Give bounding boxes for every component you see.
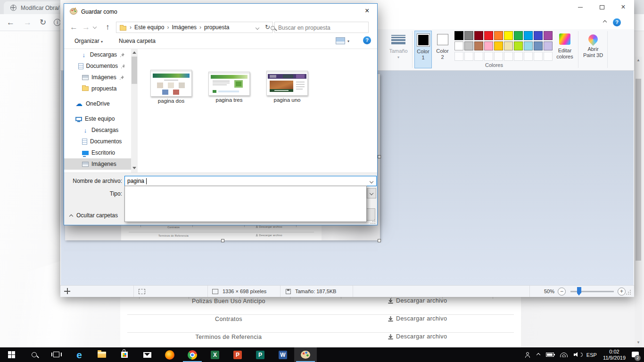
breadcrumb-item[interactable]: propuesta [202, 24, 231, 31]
palette-color-ffaec9[interactable] [484, 41, 493, 50]
view-mode-icon[interactable] [336, 37, 345, 44]
taskbar-search-button[interactable] [23, 347, 45, 362]
sidebar-item-imagenes-pinned[interactable]: Imágenes [64, 72, 131, 83]
organize-menu[interactable]: Organizar ▾ [74, 38, 103, 44]
palette-empty-slot[interactable] [524, 52, 533, 61]
palette-empty-slot[interactable] [464, 52, 473, 61]
palette-color-000000[interactable] [454, 31, 463, 40]
canvas-resize-handle-bottom[interactable] [221, 239, 224, 242]
sidebar-item-este-equipo[interactable]: Este equipo [64, 113, 131, 124]
dialog-title-bar[interactable]: Guardar como × [64, 4, 377, 19]
sidebar-item-documentos[interactable]: Documentos [64, 136, 131, 147]
taskbar-excel[interactable]: X [204, 347, 226, 362]
file-item-pagina-dos[interactable]: pagina dos [145, 70, 197, 104]
palette-color-fff200[interactable] [504, 31, 513, 40]
palette-color-99d9ea[interactable] [524, 41, 533, 50]
palette-color-00a2e8[interactable] [524, 31, 533, 40]
address-dropdown-icon[interactable] [256, 26, 259, 30]
search-box[interactable]: Buscar en propuesta [274, 22, 369, 33]
download-link[interactable]: Descargar archivo [388, 315, 447, 322]
sidebar-item-escritorio[interactable]: Escritorio [64, 147, 131, 158]
filename-dropdown-icon[interactable] [370, 180, 373, 183]
paint-help-icon[interactable]: ? [613, 18, 621, 26]
canvas-resize-handle-right[interactable] [378, 155, 381, 158]
breadcrumb-item[interactable]: Imágenes [170, 24, 198, 31]
dialog-resize-grip[interactable] [371, 219, 375, 224]
palette-empty-slot[interactable] [494, 52, 503, 61]
taskbar-word[interactable]: W [272, 347, 294, 362]
taskbar-file-explorer[interactable] [91, 347, 113, 362]
palette-empty-slot[interactable] [504, 52, 513, 61]
file-item-pagina-uno[interactable]: pagina uno [261, 70, 313, 103]
zoom-slider-thumb[interactable] [577, 287, 581, 293]
wifi-icon[interactable] [560, 353, 568, 357]
palette-color-b97a57[interactable] [474, 41, 483, 50]
palette-empty-slot[interactable] [454, 52, 463, 61]
taskbar-task-view-button[interactable] [45, 347, 68, 362]
filetype-dropdown-button[interactable] [367, 188, 376, 198]
palette-color-3f48cc[interactable] [534, 31, 543, 40]
close-button[interactable]: × [612, 0, 634, 14]
taskbar-publisher[interactable]: P [249, 347, 272, 362]
site-info-icon[interactable]: i [54, 19, 61, 26]
dialog-back-icon[interactable]: ← [70, 23, 78, 31]
palette-empty-slot[interactable] [534, 52, 543, 61]
breadcrumb-item[interactable]: Este equipo [132, 24, 166, 31]
palette-color-a349a4[interactable] [544, 31, 553, 40]
language-indicator[interactable]: ESP [586, 352, 597, 358]
palette-color-ed1c24[interactable] [484, 31, 493, 40]
download-link[interactable]: Descargar archivo [388, 333, 447, 340]
palette-color-880015[interactable] [474, 31, 483, 40]
sidebar-scrollbar[interactable] [131, 49, 138, 173]
file-item-pagina-tres[interactable]: pagina tres [203, 70, 255, 103]
palette-color-c3c3c3[interactable] [464, 41, 473, 50]
dialog-close-icon[interactable]: × [365, 7, 369, 15]
sidebar-item-descargas-pinned[interactable]: ↓ Descargas [64, 49, 131, 60]
palette-color-b5e61d[interactable] [514, 41, 523, 50]
view-dropdown-icon[interactable]: ▾ [347, 39, 349, 43]
scrollbar-thumb[interactable] [636, 79, 641, 261]
volume-icon[interactable] [574, 352, 580, 357]
canvas-resize-handle-corner[interactable] [378, 239, 381, 242]
clock[interactable]: 0:02 11/9/2019 [603, 349, 626, 361]
taskbar-powerpoint[interactable]: P [226, 347, 249, 362]
palette-color-efe4b0[interactable] [504, 41, 513, 50]
palette-color-7f7f7f[interactable] [464, 31, 473, 40]
taskbar-start-button[interactable] [0, 347, 23, 362]
notification-icon[interactable]: 2 [632, 352, 639, 358]
scroll-down-icon[interactable] [132, 167, 136, 169]
sidebar-item-descargas[interactable]: ↓ Descargas [64, 124, 131, 136]
browser-reload-icon[interactable]: ↻ [40, 18, 46, 26]
new-folder-button[interactable]: Nueva carpeta [119, 38, 156, 44]
tray-expand-icon[interactable] [537, 353, 540, 356]
browser-forward-icon[interactable]: → [24, 18, 32, 26]
scrollbar-up-icon[interactable]: ▲ [636, 58, 640, 62]
search-icon[interactable] [271, 26, 275, 30]
palette-color-7092be[interactable] [534, 41, 543, 50]
palette-empty-slot[interactable] [484, 52, 493, 61]
filename-input[interactable]: pagina [124, 176, 377, 186]
palette-empty-slot[interactable] [544, 52, 553, 61]
zoom-out-button[interactable]: − [558, 288, 566, 296]
sidebar-item-onedrive[interactable]: ☁ OneDrive [64, 98, 131, 109]
open-paint3d-button[interactable]: Abrir Paint 3D [581, 31, 605, 68]
hide-folders-button[interactable]: Ocultar carpetas [70, 212, 118, 219]
battery-icon[interactable] [546, 353, 554, 357]
browser-back-icon[interactable]: ← [7, 18, 15, 26]
palette-color-c8bfe7[interactable] [544, 41, 553, 50]
palette-color-ffffff[interactable] [454, 41, 463, 50]
scroll-up-icon[interactable] [132, 51, 136, 54]
taskbar-chrome[interactable] [181, 347, 204, 362]
maximize-button[interactable] [591, 0, 613, 14]
taskbar-mail[interactable] [136, 347, 158, 362]
history-dropdown-icon[interactable] [93, 25, 97, 29]
sidebar-item-imagenes-selected[interactable]: Imágenes [64, 158, 131, 170]
sidebar-item-documentos-pinned[interactable]: Documentos [64, 60, 131, 72]
palette-color-22b14c[interactable] [514, 31, 523, 40]
filename-suggestion-dropdown[interactable] [124, 186, 367, 222]
download-link[interactable]: Descargar archivo [388, 297, 447, 304]
sidebar-scrollbar-thumb[interactable] [132, 57, 137, 84]
palette-color-ff7f27[interactable] [494, 31, 503, 40]
window-resize-grip[interactable] [626, 290, 631, 295]
collapse-ribbon-icon[interactable] [603, 20, 607, 24]
